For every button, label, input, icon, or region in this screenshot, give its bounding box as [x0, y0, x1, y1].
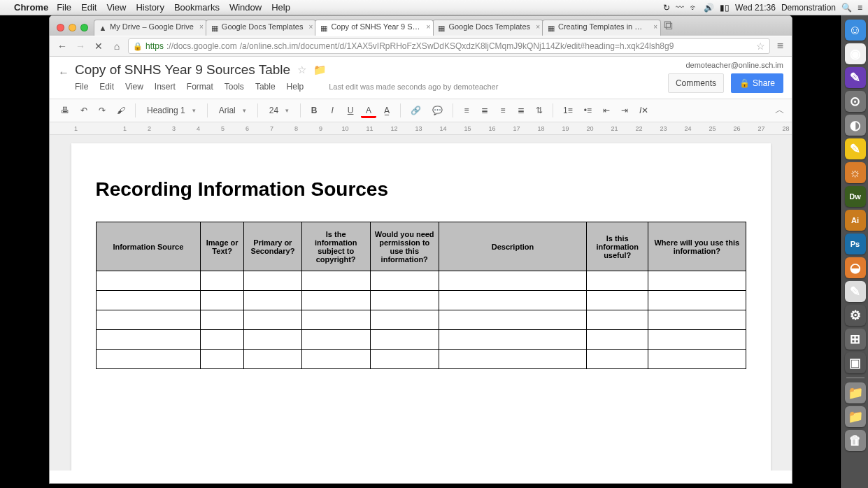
docs-menu-file[interactable]: File — [75, 82, 88, 92]
bulleted-list-button[interactable]: •≡ — [580, 103, 596, 118]
battery-icon[interactable]: ▮▯ — [720, 3, 730, 13]
docs-menu-insert[interactable]: Insert — [155, 82, 176, 92]
align-right-button[interactable]: ≡ — [495, 103, 511, 118]
table-row[interactable] — [96, 291, 746, 310]
docs-menu-view[interactable]: View — [125, 82, 143, 92]
print-button[interactable]: 🖶 — [57, 103, 73, 118]
bookmark-star-icon[interactable]: ☆ — [756, 41, 765, 52]
dock-app-preview[interactable]: ▣ — [845, 352, 866, 373]
dock-stack-downloads[interactable]: 📁 — [845, 382, 866, 403]
tab-close-icon[interactable]: × — [199, 23, 204, 31]
indent-button[interactable]: ⇥ — [617, 103, 632, 118]
minimize-window-button[interactable] — [69, 24, 76, 31]
url-input[interactable]: 🔒 https ://docs.google.com /a/online.sch… — [128, 38, 770, 54]
mac-menu-history[interactable]: History — [136, 2, 164, 13]
new-tab-button[interactable]: ⧉ — [660, 18, 677, 36]
star-icon[interactable]: ☆ — [297, 64, 306, 76]
table-cell[interactable] — [439, 310, 587, 330]
table-header[interactable]: Information Source — [96, 222, 201, 271]
close-window-button[interactable] — [57, 24, 64, 31]
docs-back-button[interactable]: ← — [58, 66, 69, 79]
dock-app-dreamweaver[interactable]: Dw — [845, 186, 866, 207]
table-cell[interactable] — [244, 271, 302, 291]
align-left-button[interactable]: ≡ — [459, 103, 474, 118]
outdent-button[interactable]: ⇤ — [599, 103, 614, 118]
browser-tab[interactable]: ▦Creating Templates in Goog× — [542, 20, 661, 36]
comments-button[interactable]: Comments — [668, 73, 724, 93]
numbered-list-button[interactable]: 1≡ — [559, 103, 577, 118]
mac-menu-help[interactable]: Help — [271, 2, 290, 13]
browser-tab[interactable]: ▦Google Docs Templates× — [432, 20, 543, 36]
table-cell[interactable] — [301, 350, 370, 369]
docs-menu-help[interactable]: Help — [287, 82, 304, 92]
tab-close-icon[interactable]: × — [309, 23, 313, 31]
table-header[interactable]: Description — [439, 222, 587, 271]
back-button[interactable]: ← — [55, 41, 69, 52]
forward-button[interactable]: → — [73, 41, 87, 52]
user-name[interactable]: Demonstration — [781, 3, 836, 13]
mac-menu-file[interactable]: File — [57, 2, 71, 13]
table-row[interactable] — [96, 310, 746, 330]
table-cell[interactable] — [439, 291, 587, 310]
table-cell[interactable] — [244, 350, 302, 369]
align-justify-button[interactable]: ≣ — [513, 103, 529, 118]
dock-app-blender[interactable]: ◒ — [845, 257, 866, 278]
table-cell[interactable] — [201, 330, 244, 350]
browser-tab[interactable]: ▲My Drive – Google Drive× — [94, 20, 207, 36]
undo-button[interactable]: ↶ — [76, 103, 92, 118]
table-cell[interactable] — [96, 271, 201, 291]
comment-button[interactable]: 💬 — [428, 103, 447, 118]
table-cell[interactable] — [648, 310, 746, 330]
wifi-icon[interactable]: ᯤ — [690, 3, 698, 13]
table-cell[interactable] — [201, 350, 244, 369]
sync-icon[interactable]: ↻ — [663, 3, 670, 13]
table-row[interactable] — [96, 350, 746, 369]
dock-stack-documents[interactable]: 📁 — [845, 406, 866, 427]
font-dropdown[interactable]: Arial — [213, 103, 252, 118]
horizontal-ruler[interactable]: 1123456789101112131415161718192021222324… — [50, 122, 792, 135]
folder-icon[interactable]: 📁 — [313, 64, 327, 76]
docs-menu-edit[interactable]: Edit — [99, 82, 114, 92]
browser-tab[interactable]: ▦Copy of SNHS Year 9 Sourc× — [315, 20, 434, 36]
home-button[interactable]: ⌂ — [110, 41, 124, 52]
table-header[interactable]: Is the information subject to copyright? — [301, 222, 370, 271]
docs-menu-format[interactable]: Format — [187, 82, 213, 92]
table-cell[interactable] — [244, 330, 302, 350]
table-cell[interactable] — [96, 330, 201, 350]
browser-tab[interactable]: ▦Google Docs Templates× — [206, 20, 317, 36]
document-page[interactable]: Recording Information Sources Informatio… — [71, 143, 771, 471]
clear-format-button[interactable]: I✕ — [635, 103, 653, 118]
italic-button[interactable]: I — [325, 103, 340, 118]
table-cell[interactable] — [301, 330, 370, 350]
dock-app-photoshop[interactable]: Ps — [845, 234, 866, 254]
style-dropdown[interactable]: Heading 1 — [141, 103, 201, 118]
table-header[interactable]: Where will you use this information? — [648, 222, 746, 271]
paint-format-button[interactable]: 🖌 — [113, 103, 129, 118]
line-spacing-button[interactable]: ⇅ — [532, 103, 547, 118]
dock-app-app-gray2[interactable]: ◐ — [845, 115, 866, 136]
docs-menu-table[interactable]: Table — [255, 82, 276, 92]
dock-app-app-gray1[interactable]: ⊙ — [845, 91, 866, 112]
table-cell[interactable] — [201, 310, 244, 330]
dock-app-notes[interactable]: ✎ — [845, 138, 866, 159]
tab-close-icon[interactable]: × — [536, 23, 540, 31]
dock-app-app-purple[interactable]: ✎ — [845, 67, 866, 88]
document-heading[interactable]: Recording Information Sources — [96, 178, 746, 201]
mac-menu-window[interactable]: Window — [229, 2, 262, 13]
table-cell[interactable] — [648, 271, 746, 291]
table-header[interactable]: Primary or Secondary? — [244, 222, 302, 271]
highlight-button[interactable]: A̲ — [379, 103, 394, 118]
mac-menu-edit[interactable]: Edit — [81, 2, 97, 13]
spotlight-icon[interactable]: 🔍 — [841, 3, 852, 13]
stop-button[interactable]: ✕ — [92, 41, 106, 52]
text-color-button[interactable]: A — [361, 103, 376, 118]
dock-app-illustrator[interactable]: Ai — [845, 210, 866, 231]
tab-close-icon[interactable]: × — [427, 23, 431, 31]
table-cell[interactable] — [370, 350, 439, 369]
dock-app-paper[interactable]: ✎ — [845, 281, 866, 302]
mac-menu-bookmarks[interactable]: Bookmarks — [174, 2, 220, 13]
table-cell[interactable] — [370, 291, 439, 310]
volume-icon[interactable]: 🔊 — [704, 3, 714, 13]
dock-stack-trash[interactable]: 🗑 — [845, 430, 866, 451]
table-row[interactable] — [96, 330, 746, 350]
